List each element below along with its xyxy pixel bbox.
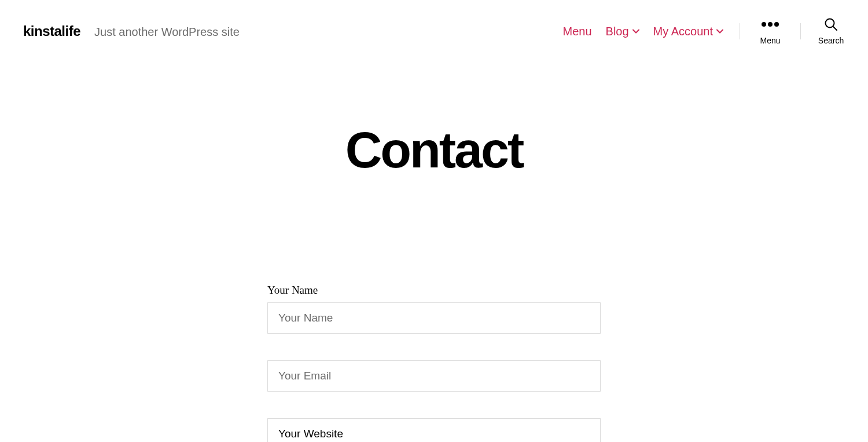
- search-button-label: Search: [818, 36, 844, 45]
- header-left: kinstalife Just another WordPress site: [23, 23, 240, 39]
- nav-item-menu[interactable]: Menu: [563, 25, 592, 38]
- primary-nav: Menu Blog My Account: [563, 25, 723, 38]
- svg-point-0: [826, 19, 834, 28]
- nav-item-label: Menu: [563, 25, 592, 38]
- nav-item-label: Blog: [606, 25, 629, 38]
- chevron-down-icon: [716, 28, 723, 35]
- dots-icon: [762, 17, 779, 31]
- search-icon: [824, 17, 838, 31]
- page-title: Contact: [0, 120, 868, 180]
- site-title[interactable]: kinstalife: [23, 23, 80, 39]
- site-header: kinstalife Just another WordPress site M…: [0, 0, 868, 63]
- divider: [800, 23, 801, 39]
- nav-item-blog[interactable]: Blog: [606, 25, 639, 38]
- svg-line-1: [833, 27, 837, 30]
- contact-form: Your Name: [262, 284, 606, 442]
- site-tagline: Just another WordPress site: [94, 25, 240, 39]
- name-label: Your Name: [267, 284, 601, 297]
- search-button[interactable]: Search: [817, 17, 845, 45]
- website-input[interactable]: [267, 418, 601, 442]
- divider: [740, 23, 740, 39]
- chevron-down-icon: [632, 28, 639, 35]
- nav-item-label: My Account: [653, 25, 713, 38]
- name-input[interactable]: [267, 302, 601, 334]
- menu-button-label: Menu: [760, 36, 780, 45]
- email-input[interactable]: [267, 360, 601, 392]
- nav-item-my-account[interactable]: My Account: [653, 25, 723, 38]
- header-right: Menu Blog My Account: [563, 17, 845, 45]
- menu-button[interactable]: Menu: [756, 17, 784, 45]
